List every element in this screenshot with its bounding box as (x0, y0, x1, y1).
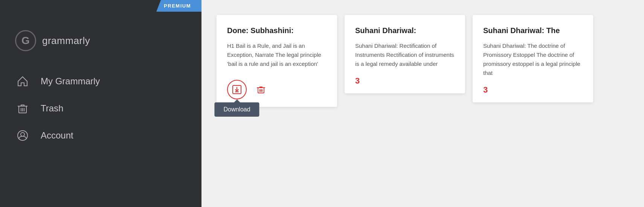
logo-icon: G (15, 30, 36, 51)
card-1-actions: Download (227, 76, 327, 99)
sidebar-label-my-grammarly: My Grammarly (41, 76, 100, 87)
download-button[interactable]: Download (227, 80, 247, 99)
card-1: Done: Subhashini: H1 Bail is a Rule, and… (217, 15, 337, 107)
card-3-body: Suhani Dhariwal: The doctrine of Promiss… (483, 41, 583, 78)
card-2-title: Suhani Dhariwal: (355, 26, 455, 35)
sidebar-item-account[interactable]: Account (15, 128, 186, 143)
card-1-title: Done: Subhashini: (227, 26, 327, 35)
sidebar-label-account: Account (41, 130, 73, 141)
sidebar-nav: My Grammarly Trash (15, 74, 186, 143)
logo-text: grammarly (42, 35, 90, 47)
sidebar-label-trash: Trash (41, 103, 63, 114)
card-3-count: 3 (483, 85, 583, 95)
sidebar-item-trash[interactable]: Trash (15, 101, 186, 116)
sidebar-item-my-grammarly[interactable]: My Grammarly (15, 74, 186, 89)
card-1-wrapper: Done: Subhashini: H1 Bail is a Rule, and… (217, 15, 337, 107)
trash-button[interactable] (254, 83, 268, 96)
account-icon (15, 128, 30, 143)
logo-area: G grammarly (15, 30, 186, 51)
card-3: Suhani Dhariwal: The Suhani Dhariwal: Th… (473, 15, 593, 102)
home-icon (15, 74, 30, 89)
premium-banner: PREMIUM (156, 0, 201, 12)
card-2-body: Suhani Dhariwal: Rectification of Instru… (355, 41, 455, 68)
download-tooltip: Download (214, 102, 259, 117)
svg-point-5 (21, 132, 24, 136)
card-3-title: Suhani Dhariwal: The (483, 26, 583, 35)
main-content: Done: Subhashini: H1 Bail is a Rule, and… (201, 0, 644, 207)
card-2: Suhani Dhariwal: Suhani Dhariwal: Rectif… (345, 15, 465, 93)
card-2-count: 3 (355, 76, 455, 86)
sidebar: PREMIUM G grammarly My Grammarly (0, 0, 201, 207)
trash-icon (15, 101, 30, 116)
card-1-body: H1 Bail is a Rule, and Jail is an Except… (227, 41, 327, 68)
